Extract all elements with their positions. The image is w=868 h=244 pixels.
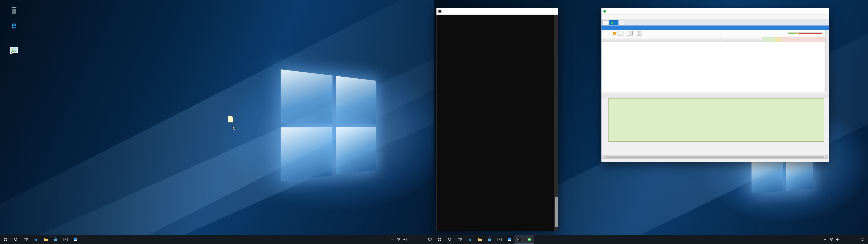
cmd-scroll-thumb[interactable] (555, 197, 558, 226)
col-min[interactable] (731, 37, 742, 42)
col-hop[interactable] (601, 37, 609, 42)
desktop-icon-recycle-bin[interactable] (5, 6, 23, 16)
folder-icon (43, 237, 48, 242)
interval-select[interactable] (627, 31, 633, 35)
pp-tabbar (601, 20, 829, 26)
maximize-button[interactable] (538, 8, 548, 14)
tray-chevron-button[interactable] (389, 235, 396, 244)
cmd-output (436, 15, 554, 231)
new-tab-button[interactable] (620, 21, 624, 25)
system-tray-right (822, 235, 868, 244)
maximize-button[interactable] (809, 8, 819, 14)
cmd-app-icon: C:\_ (438, 10, 441, 13)
minimize-button[interactable] (528, 8, 538, 14)
timeline-scroll-thumb[interactable] (606, 156, 824, 158)
search-button[interactable] (11, 235, 21, 244)
taskbar-edge-button[interactable]: e (465, 235, 475, 244)
tray-chevron-button[interactable] (822, 235, 828, 244)
pp-table-header[interactable] (601, 37, 825, 42)
col-avg[interactable] (720, 37, 731, 42)
taskbar-store-button[interactable] (51, 235, 61, 244)
start-button[interactable] (434, 235, 445, 244)
close-button[interactable] (819, 8, 829, 14)
timeline-scrollbar[interactable] (602, 155, 828, 159)
pp-titlebar[interactable] (601, 8, 829, 15)
cmd-window[interactable]: C:\_ (436, 8, 558, 231)
task-view-button[interactable] (21, 235, 31, 244)
windows-start-icon (3, 238, 7, 242)
desktop-icon-photos-shortcut[interactable] (5, 47, 23, 55)
timeline-left-axis (601, 98, 608, 142)
minimize-button[interactable] (798, 8, 809, 14)
taskbar-explorer-button[interactable] (475, 235, 485, 244)
timeline-header (601, 94, 829, 98)
taskbar-edge-button[interactable]: e (31, 235, 41, 244)
photos-icon (73, 237, 78, 242)
cmd-scrollbar[interactable] (554, 15, 558, 231)
photos-icon (9, 47, 19, 54)
action-center-button[interactable] (859, 235, 867, 244)
chevron-down-icon[interactable] (638, 31, 642, 35)
taskbar-mail-button[interactable] (495, 235, 504, 244)
taskbar-photos-button[interactable] (504, 235, 515, 244)
task-view-icon (24, 237, 28, 242)
col-name[interactable] (649, 37, 720, 42)
mail-icon (63, 238, 68, 242)
tray-network-button[interactable] (828, 235, 835, 244)
scroll-right-icon[interactable] (825, 155, 828, 158)
mail-icon (497, 238, 502, 242)
col-pl[interactable] (753, 37, 762, 42)
recycle-bin-icon (10, 6, 18, 15)
pp-alert-banner (601, 26, 829, 30)
taskbar-pingplotter-button[interactable] (524, 235, 534, 244)
taskbar-cmd-button[interactable] (515, 235, 524, 244)
scroll-up-icon[interactable] (554, 15, 558, 18)
close-button[interactable] (548, 8, 558, 14)
task-view-icon (458, 237, 462, 242)
chevron-down-icon[interactable] (629, 31, 632, 35)
desktop-icon-edge[interactable]: e (5, 21, 23, 31)
wifi-icon (829, 238, 834, 242)
store-icon (487, 237, 492, 242)
windows-logo (281, 69, 376, 181)
pingplotter-app-icon (603, 10, 606, 13)
action-center-button[interactable] (426, 235, 434, 244)
pingplotter-window[interactable] (601, 8, 829, 162)
note-file-icon (228, 116, 234, 122)
task-view-button[interactable] (455, 235, 465, 244)
focus-select[interactable] (636, 31, 642, 35)
taskbar-right: e (434, 235, 868, 244)
show-desktop-button[interactable] (867, 235, 868, 244)
desktop-icon-note-file[interactable] (223, 116, 238, 123)
cmd-titlebar[interactable]: C:\_ (436, 8, 558, 15)
taskbar-clock[interactable] (841, 235, 859, 244)
scroll-down-icon[interactable] (554, 227, 558, 231)
col-latency[interactable] (762, 37, 825, 42)
tray-volume-button[interactable] (402, 235, 408, 244)
taskbar-store-button[interactable] (485, 235, 495, 244)
desktop-screen: e C:\_ (0, 0, 868, 244)
taskbar-left: e (0, 235, 434, 244)
tray-volume-button[interactable] (835, 235, 841, 244)
tray-network-button[interactable] (396, 235, 402, 244)
resume-button[interactable] (618, 31, 623, 35)
volume-icon (835, 238, 840, 242)
taskbar-explorer-button[interactable] (41, 235, 51, 244)
col-cur[interactable] (742, 37, 753, 42)
taskbar-clock[interactable] (408, 235, 426, 244)
tab-check-icon (611, 22, 614, 24)
edge-icon: e (468, 237, 471, 242)
scroll-left-icon[interactable] (602, 155, 606, 158)
taskbar-photos-button[interactable] (70, 235, 81, 244)
search-icon (13, 237, 18, 242)
alerts-side-tab[interactable] (825, 30, 829, 92)
col-ip[interactable] (623, 37, 649, 42)
timeline-plot[interactable] (608, 98, 824, 142)
taskbar-mail-button[interactable] (61, 235, 70, 244)
tab-all-targets[interactable] (602, 20, 608, 25)
search-button[interactable] (445, 235, 455, 244)
tab-seznam-cz[interactable] (609, 20, 618, 25)
cmd-icon (517, 237, 522, 242)
col-count[interactable] (609, 37, 623, 42)
start-button[interactable] (0, 235, 11, 244)
